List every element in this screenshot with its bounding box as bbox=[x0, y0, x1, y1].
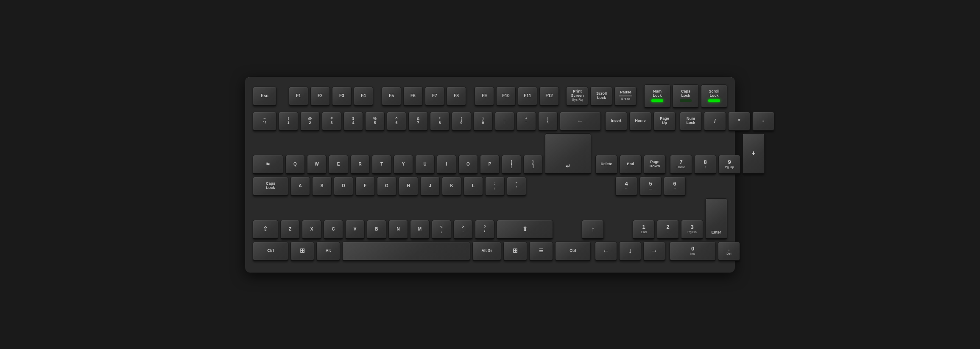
key-numpad-minus[interactable]: - bbox=[752, 112, 774, 131]
key-right-shift[interactable]: ⇧ bbox=[497, 220, 553, 239]
key-u[interactable]: U bbox=[415, 155, 435, 174]
key-arrow-down[interactable]: ↓ bbox=[619, 242, 641, 261]
key-p[interactable]: P bbox=[480, 155, 500, 174]
key-caps-lock[interactable]: Caps Lock bbox=[253, 177, 288, 196]
key-r[interactable]: R bbox=[350, 155, 370, 174]
key-numpad-enter[interactable]: Enter bbox=[705, 198, 727, 239]
key-5[interactable]: % 5 bbox=[365, 112, 385, 131]
key-end[interactable]: End bbox=[620, 155, 642, 174]
key-f5[interactable]: F5 bbox=[382, 87, 401, 106]
key-arrow-right[interactable]: → bbox=[643, 242, 665, 261]
key-equals[interactable]: + = bbox=[517, 112, 536, 131]
key-numpad-9[interactable]: 9 Pg Up bbox=[718, 155, 740, 174]
key-left-shift[interactable]: ⇧ bbox=[253, 220, 278, 239]
key-9[interactable]: ( 9 bbox=[452, 112, 471, 131]
key-h[interactable]: H bbox=[399, 177, 418, 196]
key-left-ctrl[interactable]: Ctrl bbox=[253, 242, 288, 261]
key-e[interactable]: E bbox=[329, 155, 348, 174]
key-enter[interactable]: ↵ bbox=[545, 133, 591, 174]
key-z[interactable]: Z bbox=[280, 220, 300, 239]
key-a[interactable]: A bbox=[290, 177, 310, 196]
key-alt-gr[interactable]: Alt Gr bbox=[472, 242, 501, 261]
key-i[interactable]: I bbox=[437, 155, 456, 174]
key-numpad-2[interactable]: 2 ↓ bbox=[657, 220, 679, 239]
key-y[interactable]: Y bbox=[394, 155, 413, 174]
key-f[interactable]: F bbox=[355, 177, 375, 196]
key-m[interactable]: M bbox=[410, 220, 430, 239]
key-f10[interactable]: F10 bbox=[496, 87, 516, 106]
key-right-win[interactable]: ⊞ bbox=[503, 242, 527, 261]
key-comma[interactable]: < , bbox=[432, 220, 451, 239]
key-delete[interactable]: Delete bbox=[595, 155, 617, 174]
key-numpad-plus[interactable]: + bbox=[743, 133, 765, 174]
key-d[interactable]: D bbox=[334, 177, 353, 196]
key-arrow-left[interactable]: ← bbox=[595, 242, 617, 261]
key-f12[interactable]: F12 bbox=[539, 87, 559, 106]
key-7[interactable]: & 7 bbox=[408, 112, 428, 131]
key-f1[interactable]: F1 bbox=[289, 87, 308, 106]
key-period[interactable]: > . bbox=[453, 220, 473, 239]
key-s[interactable]: S bbox=[312, 177, 332, 196]
key-spacebar[interactable] bbox=[342, 242, 470, 261]
key-left-win[interactable]: ⊞ bbox=[290, 242, 314, 261]
key-f11[interactable]: F11 bbox=[518, 87, 537, 106]
key-f2[interactable]: F2 bbox=[310, 87, 330, 106]
key-tab[interactable]: ↹ bbox=[253, 155, 283, 174]
key-k[interactable]: K bbox=[442, 177, 461, 196]
key-print-screen[interactable]: Print Screen Sys Rq bbox=[566, 87, 588, 106]
key-numpad-1[interactable]: 1 End bbox=[633, 220, 655, 239]
key-right-ctrl[interactable]: Ctrl bbox=[555, 242, 591, 261]
key-minus[interactable]: _ - bbox=[495, 112, 514, 131]
key-num-lock[interactable]: Num Lock bbox=[680, 112, 702, 131]
key-left-alt[interactable]: Alt bbox=[316, 242, 340, 261]
key-f6[interactable]: F6 bbox=[403, 87, 423, 106]
key-f7[interactable]: F7 bbox=[425, 87, 444, 106]
key-page-up[interactable]: Page Up bbox=[653, 112, 676, 131]
key-menu[interactable]: ☰ bbox=[529, 242, 553, 261]
key-o[interactable]: O bbox=[458, 155, 478, 174]
key-rbracket[interactable]: } ] bbox=[523, 155, 543, 174]
key-numpad-slash[interactable]: / bbox=[704, 112, 726, 131]
key-apostrophe[interactable]: " ' bbox=[507, 177, 526, 196]
key-6[interactable]: ^ 6 bbox=[387, 112, 406, 131]
key-caps-lock-indicator[interactable]: Caps Lock bbox=[673, 84, 699, 108]
key-insert[interactable]: Insert bbox=[605, 112, 627, 131]
key-x[interactable]: X bbox=[302, 220, 321, 239]
key-c[interactable]: C bbox=[324, 220, 343, 239]
key-w[interactable]: W bbox=[307, 155, 327, 174]
key-arrow-up[interactable]: ↑ bbox=[582, 220, 604, 239]
key-numpad-6[interactable]: 6 → bbox=[664, 177, 686, 196]
key-numpad-decimal[interactable]: . Del bbox=[718, 242, 740, 261]
key-numpad-multiply[interactable]: * bbox=[728, 112, 750, 131]
key-pause[interactable]: Pause Break bbox=[614, 87, 637, 106]
key-f4[interactable]: F4 bbox=[354, 87, 373, 106]
key-scroll-lock-indicator[interactable]: Scroll Lock bbox=[701, 84, 727, 108]
key-3[interactable]: # 3 bbox=[322, 112, 341, 131]
key-1[interactable]: ! 1 bbox=[279, 112, 298, 131]
key-home[interactable]: Home bbox=[629, 112, 651, 131]
key-f3[interactable]: F3 bbox=[332, 87, 352, 106]
key-scroll-lock[interactable]: Scroll Lock bbox=[590, 87, 612, 106]
key-v[interactable]: V bbox=[345, 220, 365, 239]
key-esc[interactable]: Esc bbox=[253, 87, 276, 106]
key-backslash[interactable]: | \ bbox=[538, 112, 558, 131]
key-numpad-0[interactable]: 0 Ins bbox=[670, 242, 716, 261]
key-numpad-3[interactable]: 3 Pg Dn bbox=[681, 220, 703, 239]
key-backtick[interactable]: ~ ` \ bbox=[253, 112, 276, 131]
key-t[interactable]: T bbox=[372, 155, 391, 174]
key-numpad-4[interactable]: 4 ← bbox=[615, 177, 637, 196]
key-f9[interactable]: F9 bbox=[475, 87, 494, 106]
key-n[interactable]: N bbox=[388, 220, 408, 239]
key-f8[interactable]: F8 bbox=[447, 87, 466, 106]
key-page-down[interactable]: Page Down bbox=[644, 155, 666, 174]
key-0[interactable]: ) 0 bbox=[473, 112, 493, 131]
key-q[interactable]: Q bbox=[285, 155, 305, 174]
key-backspace[interactable]: ← bbox=[560, 112, 601, 131]
key-b[interactable]: B bbox=[367, 220, 386, 239]
key-semicolon[interactable]: : ; bbox=[485, 177, 505, 196]
key-g[interactable]: G bbox=[377, 177, 396, 196]
key-num-lock-indicator[interactable]: Num Lock bbox=[644, 84, 670, 108]
key-slash[interactable]: ? / bbox=[475, 220, 494, 239]
key-numpad-5[interactable]: 5 — bbox=[639, 177, 662, 196]
key-4[interactable]: $ 4 bbox=[343, 112, 363, 131]
